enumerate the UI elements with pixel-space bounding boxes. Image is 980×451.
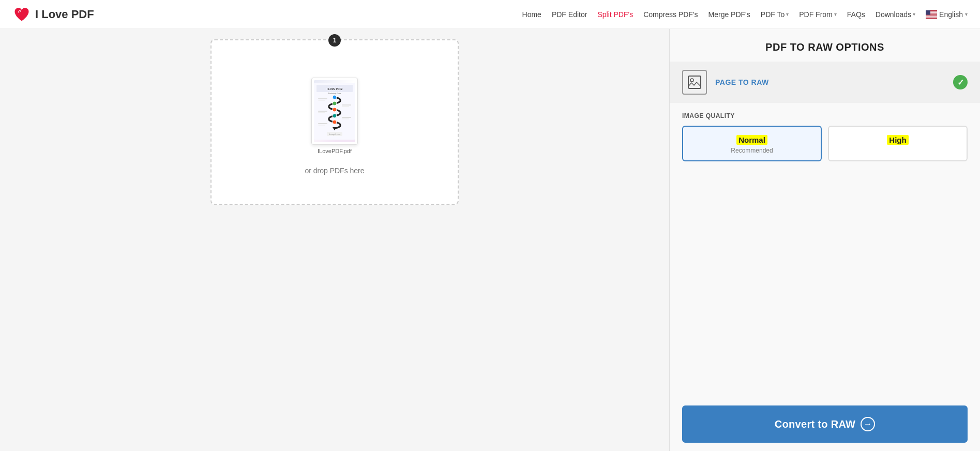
svg-rect-17	[318, 98, 327, 99]
logo-text: I Love PDF	[35, 8, 94, 21]
nav-pdf-editor[interactable]: PDF Editor	[552, 10, 587, 19]
svg-rect-19	[342, 104, 351, 106]
page-to-raw-check-icon: ✓	[953, 75, 968, 89]
navigation: Home PDF Editor Split PDF's Compress PDF…	[522, 10, 968, 19]
convert-to-raw-button[interactable]: Convert to RAW →	[682, 405, 968, 443]
svg-point-15	[333, 114, 337, 118]
pdf-preview-svg: I LOVE PDF2 Productivity Guide	[314, 83, 355, 140]
pdf-from-chevron-icon: ▾	[834, 11, 837, 17]
svg-rect-23	[342, 117, 351, 118]
svg-rect-5	[926, 16, 937, 17]
svg-text:I LOVE PDF2: I LOVE PDF2	[327, 87, 343, 91]
convert-btn-wrapper: Convert to RAW →	[670, 397, 980, 451]
svg-point-16	[333, 120, 337, 124]
nav-pdf-from-dropdown[interactable]: PDF From ▾	[799, 10, 837, 19]
image-icon	[687, 75, 702, 89]
svg-rect-24	[342, 118, 349, 119]
spacer	[670, 170, 980, 397]
quality-options: Normal Recommended High	[682, 126, 968, 161]
svg-text:ilovepdf.com: ilovepdf.com	[329, 133, 341, 136]
svg-rect-22	[318, 112, 325, 113]
svg-point-14	[333, 108, 337, 112]
nav-downloads-label: Downloads	[876, 10, 911, 19]
pdf-inner: I LOVE PDF2 Productivity Guide	[314, 80, 355, 142]
svg-point-12	[333, 95, 337, 99]
image-quality-section: IMAGE QUALITY Normal Recommended High	[670, 104, 980, 170]
upload-area[interactable]: 1 I LOVE PDF2 Productivity G	[210, 39, 459, 205]
quality-normal-button[interactable]: Normal Recommended	[682, 126, 822, 161]
pdf-filename: ILovePDF.pdf	[318, 148, 352, 154]
options-header: PDF TO RAW OPTIONS	[670, 29, 980, 62]
nav-pdf-to-label: PDF To	[761, 10, 785, 19]
page-to-raw-section: PAGE TO RAW ✓	[670, 62, 980, 103]
quality-normal-sub: Recommended	[731, 147, 773, 154]
convert-btn-arrow-icon: →	[861, 417, 875, 431]
left-panel: 1 I LOVE PDF2 Productivity G	[0, 29, 670, 451]
quality-high-button[interactable]: High	[828, 126, 968, 161]
logo-icon	[12, 5, 31, 24]
nav-pdf-to-dropdown[interactable]: PDF To ▾	[761, 10, 789, 19]
pdf-thumbnail-container: I LOVE PDF2 Productivity Guide	[212, 69, 458, 162]
downloads-chevron-icon: ▾	[913, 11, 915, 17]
pdf-card[interactable]: I LOVE PDF2 Productivity Guide	[311, 78, 358, 145]
logo[interactable]: I Love PDF	[12, 5, 94, 24]
quality-high-name: High	[887, 135, 908, 145]
page-to-raw-label: PAGE TO RAW	[715, 78, 769, 86]
convert-btn-label: Convert to RAW	[775, 418, 855, 430]
header: I Love PDF Home PDF Editor Split PDF's C…	[0, 0, 980, 29]
svg-rect-6	[926, 17, 937, 18]
language-chevron-icon: ▾	[965, 11, 968, 17]
svg-point-31	[690, 79, 693, 82]
nav-downloads-dropdown[interactable]: Downloads ▾	[876, 10, 915, 19]
image-quality-label: IMAGE QUALITY	[682, 112, 968, 119]
page-to-raw-icon-box	[682, 70, 707, 95]
nav-home[interactable]: Home	[522, 10, 541, 19]
quality-normal-name: Normal	[736, 135, 767, 145]
main-layout: 1 I LOVE PDF2 Productivity G	[0, 29, 980, 451]
svg-rect-26	[318, 125, 325, 126]
pdf-to-chevron-icon: ▾	[786, 11, 789, 17]
language-selector[interactable]: English ▾	[926, 10, 968, 19]
flag-icon	[926, 10, 937, 19]
nav-compress-pdfs[interactable]: Compress PDF's	[643, 10, 698, 19]
svg-rect-7	[926, 10, 930, 15]
nav-pdf-from-label: PDF From	[799, 10, 833, 19]
file-count-badge: 1	[328, 34, 341, 47]
nav-faqs[interactable]: FAQs	[847, 10, 865, 19]
svg-rect-30	[688, 76, 701, 88]
language-label: English	[939, 10, 963, 19]
svg-text:Productivity Guide: Productivity Guide	[328, 93, 341, 95]
right-panel: PDF TO RAW OPTIONS PAGE TO RAW ✓ IMAGE Q…	[670, 29, 980, 451]
svg-rect-4	[926, 14, 937, 15]
svg-point-13	[333, 101, 337, 106]
page-to-raw-left: PAGE TO RAW	[682, 70, 769, 95]
svg-rect-18	[318, 100, 325, 101]
nav-split-pdfs[interactable]: Split PDF's	[597, 10, 633, 19]
svg-rect-20	[342, 106, 349, 107]
svg-rect-21	[318, 111, 327, 112]
nav-merge-pdfs[interactable]: Merge PDF's	[708, 10, 750, 19]
drop-text: or drop PDFs here	[305, 167, 364, 175]
svg-rect-25	[318, 123, 327, 124]
